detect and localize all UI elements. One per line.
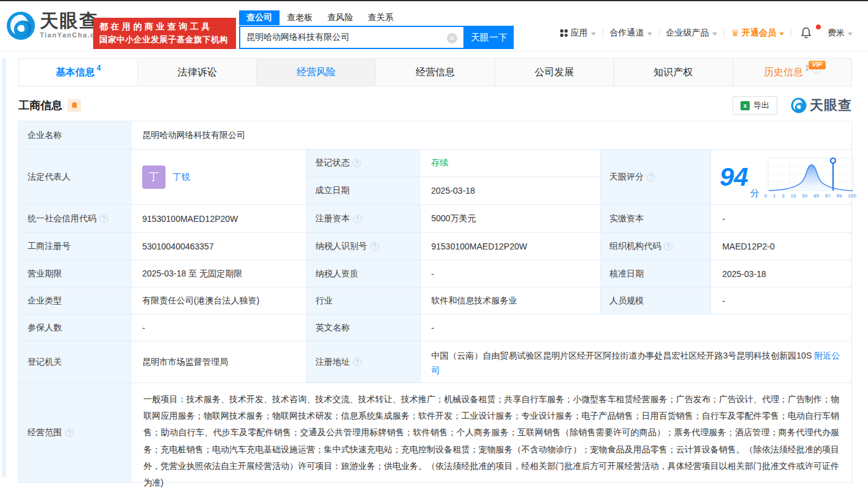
tab-intellectual-property[interactable]: 知识产权 (614, 59, 733, 86)
nav-enterprise-products[interactable]: 企业级产品 (660, 28, 724, 39)
tab-label: 经营风险 (297, 66, 336, 79)
search-tab-company[interactable]: 查公司 (239, 10, 280, 25)
excel-icon: x (740, 101, 750, 110)
field-value-credit-code: 91530100MAED12P20W (131, 205, 307, 233)
field-label-business-term: 营业期限 (19, 261, 131, 287)
score-unit: 分 (750, 188, 760, 199)
divider (791, 29, 791, 37)
legal-rep-avatar[interactable]: 丁 (142, 166, 166, 189)
field-label-score: 天眼评分 ? (601, 150, 711, 205)
address-text: 中国（云南）自由贸易试验区昆明片区经开区阿拉街道办事处昌宏社区经开路3号昆明科技… (432, 351, 812, 360)
question-icon[interactable]: ? (352, 159, 361, 167)
field-value-business-term: 2025-03-18 至 无固定期限 (131, 261, 307, 287)
search-box: ✕ (239, 26, 465, 49)
bell-icon (70, 101, 78, 110)
field-value-company-type: 有限责任公司(港澳台法人独资) (131, 287, 307, 314)
field-value-score: 94 分 (711, 150, 852, 205)
chevron-down-icon (779, 32, 784, 36)
score-marker-pin (831, 158, 836, 163)
tab-label: 经营信息 (416, 66, 455, 79)
search-tabs: 查公司 查老板 查风险 查关系 (239, 10, 514, 26)
field-label-org-code: 组织机构代码 ? (601, 233, 711, 261)
field-label-business-scope: 经营范围 ? (19, 383, 131, 483)
field-value-insured-count: - (131, 314, 307, 341)
search-tab-risk[interactable]: 查风险 (320, 10, 360, 25)
notification-dot (816, 25, 821, 29)
export-label: 导出 (753, 100, 769, 111)
monitor-bell-button[interactable] (67, 99, 81, 112)
nav-apps[interactable]: 应用 (554, 28, 603, 39)
search-area: 查公司 查老板 查风险 查关系 ✕ 天眼一下 (239, 10, 514, 49)
table-row: 成立日期 2025-03-18 (306, 177, 601, 205)
table-row: 参保人数 - 英文名称 - (19, 314, 852, 341)
chevron-down-icon (848, 32, 853, 36)
nav-open-vip[interactable]: ♛ 开通会员 (725, 28, 791, 39)
score-value: 94 (720, 164, 748, 190)
table-row: 登记状态 ? 存续 (306, 150, 601, 177)
field-label-approval-date: 核准日期 (601, 261, 711, 287)
watermark-text: 天眼查 (810, 96, 852, 115)
question-icon[interactable]: ? (370, 242, 379, 251)
tab-legal-litigation[interactable]: 法律诉讼 (138, 59, 257, 86)
field-value-establish-date: 2025-03-18 (420, 177, 601, 205)
search-button[interactable]: 天眼一下 (465, 26, 514, 49)
question-icon[interactable]: ? (65, 428, 74, 437)
tab-label: 公司发展 (535, 66, 574, 79)
question-icon[interactable]: ? (664, 242, 672, 251)
field-label-reg-number: 工商注册号 (19, 233, 131, 261)
field-label-industry: 行业 (307, 287, 421, 314)
field-label-taxpayer-id: 纳税人识别号 ? (307, 233, 421, 261)
tianyancha-logo[interactable]: 天眼查 TianYanCha.com (6, 11, 107, 40)
field-label-reg-authority: 登记机关 (19, 341, 131, 383)
question-icon[interactable]: ? (353, 215, 362, 223)
label-text: 登记状态 (315, 158, 349, 169)
question-icon[interactable]: ? (353, 358, 362, 367)
search-tab-relation[interactable]: 查关系 (360, 10, 401, 25)
tab-history-info[interactable]: VIP 历史信息 1 ? (733, 59, 851, 86)
nav-partner-channel[interactable]: 合作通道 (603, 28, 659, 39)
score-distribution-chart: 0131550859799100 (764, 156, 856, 199)
export-button[interactable]: x 导出 (733, 96, 777, 115)
business-info-table: 企业名称 昆明哈动网络科技有限公司 法定代表人 丁 丁锐 登记状态 ? 存续 成… (18, 121, 852, 483)
search-input[interactable] (240, 32, 436, 42)
field-value-industry: 软件和信息技术服务业 (421, 287, 601, 314)
table-row: 企业类型 有限责任公司(港澳台法人独资) 行业 软件和信息技术服务业 人员规模 … (19, 287, 852, 314)
nav-apps-label: 应用 (571, 28, 588, 39)
field-value-reg-capital: 5000万美元 (421, 205, 601, 233)
tab-company-development[interactable]: 公司发展 (495, 59, 614, 86)
nav-user[interactable]: 费米 (821, 28, 859, 39)
apps-grid-icon (560, 29, 568, 37)
question-icon[interactable]: ? (99, 215, 108, 223)
label-text: 统一社会信用代码 (28, 213, 96, 224)
field-label-staff-size: 人员规模 (601, 287, 711, 314)
top-nav: 应用 合作通道 企业级产品 ♛ 开通会员 费米 (554, 27, 859, 39)
tab-basic-info[interactable]: 基本信息 4 (19, 59, 138, 86)
question-icon[interactable]: ? (647, 173, 655, 181)
field-value-paid-capital: - (711, 205, 852, 233)
field-value-english-name: - (421, 314, 852, 341)
tab-count-badge: 4 (97, 64, 101, 72)
tab-operation-info[interactable]: 经营信息 (376, 59, 495, 86)
table-row: 法定代表人 丁 丁锐 登记状态 ? 存续 成立日期 2025-03-18 (19, 150, 852, 205)
field-label-reg-status: 登记状态 ? (306, 150, 420, 177)
watermark-logo: 天眼查 (791, 96, 852, 115)
field-label-establish-date: 成立日期 (306, 177, 420, 205)
tab-operation-risk[interactable]: 经营风险 (257, 59, 376, 86)
legal-rep-link[interactable]: 丁锐 (173, 172, 190, 183)
logo-eye-icon (6, 11, 36, 40)
clear-icon[interactable]: ✕ (447, 33, 457, 44)
search-tab-boss[interactable]: 查老板 (280, 10, 320, 25)
username: 费米 (828, 28, 845, 39)
notification-bell[interactable] (794, 27, 818, 39)
section-title: 工商信息 (18, 98, 63, 113)
field-label-reg-capital: 注册资本 ? (307, 205, 421, 233)
tab-label: 历史信息 (764, 66, 803, 79)
field-value-approval-date: 2025-03-18 (711, 261, 852, 287)
field-value-reg-authority: 昆明市市场监督管理局 (131, 341, 307, 383)
field-label-credit-code: 统一社会信用代码 ? (19, 205, 131, 233)
label-text: 天眼评分 (609, 172, 644, 183)
field-value-reg-status: 存续 (420, 150, 601, 177)
field-value-company-name: 昆明哈动网络科技有限公司 (131, 121, 852, 150)
label-text: 纳税人识别号 (316, 241, 367, 252)
field-label-company-type: 企业类型 (19, 287, 131, 314)
